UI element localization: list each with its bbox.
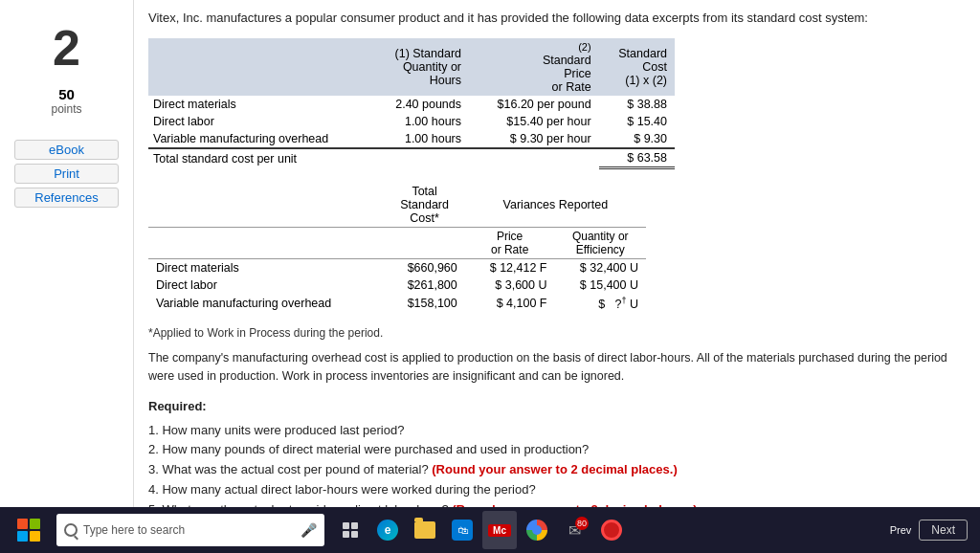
variance-blank-header xyxy=(148,183,384,228)
inputs-header xyxy=(148,38,371,96)
next-button[interactable]: Next xyxy=(919,520,968,541)
mc-badge: Mc xyxy=(488,524,511,537)
dm-price-var: $ 12,412 F xyxy=(465,259,555,277)
round-note-3: (Round your answer to 2 decimal places.) xyxy=(432,462,677,476)
vmo-cost: $ 9.30 xyxy=(599,130,675,148)
ebook-link[interactable]: eBook xyxy=(14,140,119,160)
notification-button[interactable]: ✉ 80 xyxy=(557,511,591,549)
dl-total: $261,800 xyxy=(384,276,464,294)
qty-efficiency-header: Quantity orEfficiency xyxy=(555,228,647,259)
prev-label: Prev xyxy=(890,524,912,536)
vmo-price: $ 9.30 per hour xyxy=(469,130,599,148)
dm-cost: $ 38.88 xyxy=(599,96,675,113)
row-label: Direct labor xyxy=(148,113,371,130)
standard-qty-header: (1) StandardQuantity orHours xyxy=(371,38,469,96)
standard-price-header: (2)StandardPriceor Rate xyxy=(469,38,599,96)
footnote: *Applied to Work in Process during the p… xyxy=(148,326,961,340)
task-view-icon xyxy=(342,521,359,539)
opera-icon xyxy=(601,520,622,541)
total-value: $ 63.58 xyxy=(599,148,675,168)
cost-table-container: (1) StandardQuantity orHours (2)Standard… xyxy=(148,38,961,169)
total-cost-subheader xyxy=(384,228,464,259)
search-bar[interactable]: Type here to search 🎤 xyxy=(56,514,324,546)
dl-qty: 1.00 hours xyxy=(371,113,469,130)
svg-rect-3 xyxy=(351,531,358,538)
store-button[interactable]: 🛍 xyxy=(445,511,479,549)
variances-reported-header: Variances Reported xyxy=(465,183,646,228)
dm-price: $16.20 per pound xyxy=(469,96,599,113)
row-label: Direct materials xyxy=(148,259,384,277)
price-rate-header: Priceor Rate xyxy=(465,228,555,259)
dl-price-var: $ 3,600 U xyxy=(465,276,555,294)
notification-count: 80 xyxy=(575,517,589,530)
row-label: Direct materials xyxy=(148,96,371,113)
total-row: Total standard cost per unit $ 63.58 xyxy=(148,148,675,168)
svg-rect-2 xyxy=(343,531,349,538)
dl-qty-var: $ 15,400 U xyxy=(555,276,647,294)
dl-price: $15.40 per hour xyxy=(469,113,599,130)
search-icon xyxy=(64,523,78,537)
table-row: Direct materials $660,960 $ 12,412 F $ 3… xyxy=(148,259,646,277)
required-section: Required: 1. How many units were produce… xyxy=(148,397,961,507)
chrome-icon xyxy=(526,520,547,541)
start-button[interactable] xyxy=(5,511,53,549)
windows-icon xyxy=(17,519,40,542)
question-number: 2 xyxy=(0,10,133,81)
required-title: Required: xyxy=(148,397,961,417)
standard-cost-header: StandardCost(1) x (2) xyxy=(599,38,675,96)
chrome-button[interactable] xyxy=(520,511,554,549)
folder-icon xyxy=(414,521,435,539)
task-view-button[interactable] xyxy=(333,511,368,549)
taskbar: Type here to search 🎤 e 🛍 Mc xyxy=(0,507,980,553)
search-placeholder: Type here to search xyxy=(83,523,185,537)
dm-total: $660,960 xyxy=(384,259,464,277)
variance-table-container: TotalStandardCost* Variances Reported Pr… xyxy=(148,183,961,313)
total-label: Total standard cost per unit xyxy=(148,148,371,168)
row-label: Variable manufacturing overhead xyxy=(148,294,384,313)
variance-blank-subheader xyxy=(148,228,384,259)
table-row: Direct labor 1.00 hours $15.40 per hour … xyxy=(148,113,675,130)
required-item-5: 5. What was the actual rate paid per dir… xyxy=(148,500,961,507)
points-label: points xyxy=(0,102,133,116)
required-item-1: 1. How many units were produced last per… xyxy=(148,421,961,441)
table-row: Direct labor $261,800 $ 3,600 U $ 15,400… xyxy=(148,276,646,294)
total-std-cost-header: TotalStandardCost* xyxy=(384,183,464,228)
references-link[interactable]: References xyxy=(14,188,119,208)
required-item-4: 4. How many actual direct labor-hours we… xyxy=(148,480,961,500)
svg-rect-1 xyxy=(351,522,358,529)
points-value: 50 xyxy=(0,86,133,102)
store-icon: 🛍 xyxy=(452,520,473,541)
vmo-total: $158,100 xyxy=(384,294,464,313)
vmo-qty: 1.00 hours xyxy=(371,130,469,148)
opera-button[interactable] xyxy=(594,511,629,549)
vmo-price-var: $ 4,100 F xyxy=(465,294,555,313)
table-row: Variable manufacturing overhead 1.00 hou… xyxy=(148,130,675,148)
dm-qty: 2.40 pounds xyxy=(371,96,469,113)
mic-icon[interactable]: 🎤 xyxy=(301,522,317,538)
required-item-3: 3. What was the actual cost per pound of… xyxy=(148,460,961,480)
problem-description: Vitex, Inc. manufactures a popular consu… xyxy=(148,10,961,27)
print-link[interactable]: Print xyxy=(14,164,119,184)
edge-icon: e xyxy=(377,520,398,541)
table-row: Variable manufacturing overhead $158,100… xyxy=(148,294,646,313)
taskbar-right: Prev Next xyxy=(890,520,975,541)
folder-button[interactable] xyxy=(408,511,442,549)
vmo-qty-var: $ ?† U xyxy=(555,294,647,313)
row-label: Direct labor xyxy=(148,276,384,294)
table-row: Direct materials 2.40 pounds $16.20 per … xyxy=(148,96,675,113)
active-app-button[interactable]: Mc xyxy=(482,511,517,549)
taskbar-icons: e 🛍 Mc ✉ 80 xyxy=(333,511,629,549)
edge-button[interactable]: e xyxy=(370,511,405,549)
svg-rect-0 xyxy=(343,522,349,529)
required-item-2: 2. How many pounds of direct material we… xyxy=(148,440,961,460)
dl-cost: $ 15.40 xyxy=(599,113,675,130)
row-label: Variable manufacturing overhead xyxy=(148,130,371,148)
overhead-text: The company's manufacturing overhead cos… xyxy=(148,349,961,386)
dm-qty-var: $ 32,400 U xyxy=(555,259,647,277)
